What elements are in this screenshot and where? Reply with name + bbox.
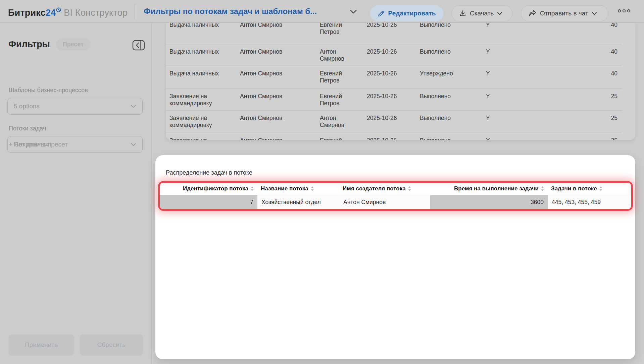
table-row: Выдача наличных Антон Смирнов Евгений Пе… bbox=[166, 23, 622, 44]
chevron-down-icon bbox=[131, 105, 136, 108]
logo-text-24: 24 bbox=[46, 8, 56, 18]
send-to-chat-icon bbox=[529, 10, 537, 17]
templates-dropdown[interactable]: 5 options bbox=[7, 98, 143, 115]
table-row: Выдача наличных Антон Смирнов Антон Смир… bbox=[166, 44, 622, 66]
filters-title: Фильтры bbox=[8, 39, 50, 50]
reset-button[interactable]: Сбросить bbox=[80, 334, 143, 356]
tasks-table-widget: Выдача наличных Антон Смирнов Евгений Пе… bbox=[166, 23, 635, 140]
table-row: Заявление на коммандировку Антон Смирнов… bbox=[166, 133, 622, 140]
tasks-table: Выдача наличных Антон Смирнов Евгений Пе… bbox=[166, 23, 622, 140]
column-header-creator[interactable]: Имя создателя потока bbox=[339, 183, 430, 195]
bitrix24-logo: Битрикс24 BI Конструктор bbox=[8, 7, 128, 18]
sort-icon[interactable] bbox=[310, 186, 314, 191]
logo-text-bi-constructor: BI Конструктор bbox=[64, 8, 128, 18]
cell-flow-tasks: 445, 453, 455, 459 bbox=[548, 195, 631, 209]
app-window: Битрикс24 BI Конструктор Фильтры по пото… bbox=[0, 0, 644, 364]
flow-table-row: 7 Хозяйственный отдел Антон Смирнов 3600… bbox=[160, 195, 631, 209]
annotation-highlight-ring: Идентификатор потока Название потока Имя… bbox=[158, 181, 633, 211]
widget-title: Распределение задач в потоке bbox=[166, 169, 252, 176]
flow-distribution-widget: Распределение задач в потоке Идентификат… bbox=[155, 155, 635, 359]
flow-table: Идентификатор потока Название потока Имя… bbox=[160, 183, 631, 209]
cell-flow-creator: Антон Смирнов bbox=[339, 195, 430, 209]
logo-text-bitrix: Битрикс bbox=[8, 8, 46, 18]
save-preset-link[interactable]: + Сохранить пресет bbox=[9, 141, 68, 148]
send-to-chat-button[interactable]: Отправить в чат bbox=[521, 5, 608, 21]
sort-icon[interactable] bbox=[408, 186, 411, 191]
cell-flow-time: 3600 bbox=[430, 195, 548, 209]
overflow-menu-icon[interactable] bbox=[618, 9, 630, 12]
report-title[interactable]: Фильтры по потокам задач и шаблонам б... bbox=[144, 7, 345, 16]
chevron-down-icon[interactable] bbox=[349, 9, 358, 15]
cell-flow-id: 7 bbox=[160, 195, 257, 209]
download-button-label: Скачать bbox=[470, 10, 494, 17]
apply-button[interactable]: Применить bbox=[8, 334, 74, 356]
filters-panel: Фильтры Пресет Шаблоны бизнес-процессов … bbox=[0, 23, 152, 364]
column-header-time[interactable]: Время на выполнение задачи bbox=[430, 183, 548, 195]
table-row: Выдача наличных Антон Смирнов Евгений Пе… bbox=[166, 66, 622, 89]
column-header-id[interactable]: Идентификатор потока bbox=[160, 183, 257, 195]
edit-button-label: Редактировать bbox=[388, 10, 436, 17]
task-flows-label: Потоки задач bbox=[9, 125, 46, 132]
chevron-down-icon bbox=[592, 12, 597, 15]
edit-button[interactable]: Редактировать bbox=[370, 5, 443, 21]
filter-templates-label: Шаблоны бизнес-процессов bbox=[9, 87, 88, 94]
cell-flow-name: Хозяйственный отдел bbox=[257, 195, 339, 209]
top-bar: Битрикс24 BI Конструктор Фильтры по пото… bbox=[0, 0, 644, 23]
templates-dropdown-value: 5 options bbox=[14, 103, 40, 110]
collapse-sidebar-icon[interactable] bbox=[132, 39, 145, 51]
chevron-down-icon bbox=[131, 143, 136, 146]
sort-icon[interactable] bbox=[599, 186, 603, 191]
chevron-down-icon bbox=[497, 12, 502, 15]
pencil-icon bbox=[378, 10, 385, 17]
header-divider bbox=[135, 4, 135, 19]
table-row: Заявление на коммандировку Антон Смирнов… bbox=[166, 89, 622, 111]
table-row: Заявление на коммандировку Антон Смирнов… bbox=[166, 111, 622, 133]
download-icon bbox=[459, 10, 466, 17]
column-header-name[interactable]: Название потока bbox=[257, 183, 339, 195]
download-button[interactable]: Скачать bbox=[451, 5, 512, 21]
sort-icon[interactable] bbox=[250, 186, 254, 191]
preset-badge: Пресет bbox=[56, 39, 90, 50]
sort-icon[interactable] bbox=[541, 186, 544, 191]
flow-table-header: Идентификатор потока Название потока Имя… bbox=[160, 183, 631, 195]
column-header-tasks[interactable]: Задачи в потоке bbox=[548, 183, 631, 195]
clock-icon bbox=[56, 7, 61, 12]
send-to-chat-label: Отправить в чат bbox=[540, 10, 588, 17]
